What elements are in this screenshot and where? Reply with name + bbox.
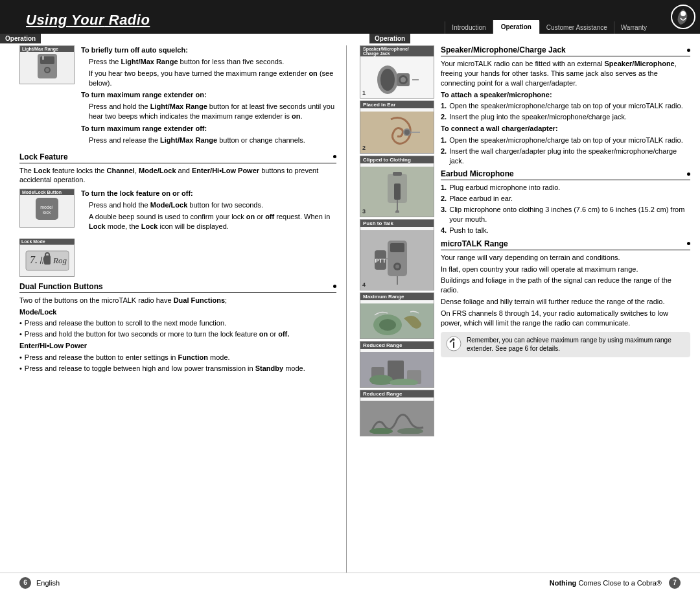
- reduced-range-1-svg: [368, 354, 426, 385]
- microtalk-range-section: microTALK Range Your range will vary dep…: [441, 239, 690, 357]
- tagline-rest: Comes Close to a Cobra®: [576, 578, 662, 586]
- attach-step-1: 1. Open the speaker/microphone/charge ta…: [441, 101, 690, 111]
- dual-bullet-4: • Press and release to toggle between hi…: [19, 364, 336, 373]
- speaker-section: Speaker/Microphone/Charge Jack Your micr…: [441, 45, 690, 165]
- cobra-logo: [666, 0, 700, 34]
- ptt-label: Push to Talk: [360, 220, 434, 227]
- dual-function-heading: Dual Function Buttons: [19, 282, 336, 293]
- earbud-dot: [687, 172, 690, 176]
- clip-svg: [375, 171, 420, 213]
- image-num-3: 3: [362, 208, 366, 215]
- lock-feature-instructions: To turn the lock feature on or off: Pres…: [81, 189, 336, 233]
- svg-point-38: [379, 319, 396, 331]
- right-text-column: Speaker/Microphone/Charge Jack Your micr…: [434, 45, 690, 573]
- lock-mode-label: Lock Mode: [19, 239, 75, 244]
- svg-text:PTT: PTT: [375, 257, 386, 264]
- max-range-svg: [368, 305, 426, 337]
- earbud-section: Earbud Microphone 1. Plug earbud microph…: [441, 169, 690, 235]
- image-label-light-max: Light/Max Range: [20, 46, 74, 52]
- clipped-to-clothing-box: Clipped to Clothing 3: [360, 156, 434, 217]
- image-num-4: 4: [362, 281, 366, 288]
- clip-img-content: [360, 167, 434, 217]
- reduced-range-2-box: Reduced Range: [360, 390, 434, 436]
- image-label-mode-lock: Mode/Lock Button: [20, 189, 74, 195]
- wall-step-1: 1. Open the speaker/microphone/charge ta…: [441, 136, 690, 145]
- dual-bullet-3: • Press and release the button to enter …: [19, 353, 336, 362]
- light-max-range-image: Light/Max Range: [19, 45, 75, 84]
- right-images-column: Speaker/Microphone/Charge Jack 1 Placed …: [360, 45, 434, 573]
- svg-point-1: [681, 11, 686, 16]
- note-text: Remember, you can achieve maximum range …: [467, 336, 685, 353]
- svg-text:lock: lock: [43, 210, 51, 215]
- right-column: Speaker/Microphone/Charge Jack 1 Placed …: [347, 45, 700, 573]
- lock-feature-desc: The Lock feature locks the Channel, Mode…: [19, 166, 336, 185]
- mode-lock-icon: mode/ lock: [29, 195, 65, 222]
- svg-point-35: [395, 265, 399, 268]
- speaker-heading: Speaker/Microphone/Charge Jack: [441, 45, 690, 56]
- mode-lock-subheading: Mode/Lock: [19, 308, 56, 316]
- attach-step-2: 2. Insert the plug into the speaker/micr…: [441, 112, 690, 122]
- speaker-dot: [687, 49, 690, 52]
- microtalk-p1: Your range will vary depending on terrai…: [441, 253, 690, 263]
- microtalk-p4: Dense foliage and hilly terrain will fur…: [441, 297, 690, 307]
- max-range-img-content: [360, 303, 434, 338]
- bottom-bar: 6 English Nothing Comes Close to a Cobra…: [0, 573, 700, 592]
- speaker-image-box: Speaker/Microphone/Charge Jack 1: [360, 45, 434, 99]
- mode-lock-button-image: Mode/Lock Button mode/ lock: [19, 189, 75, 228]
- placed-in-ear-box: Placed in Ear 2: [360, 101, 434, 154]
- reduced-range-2-svg: [368, 403, 426, 434]
- wall-heading: To connect a wall charger/adapter:: [441, 124, 558, 132]
- earbud-step-4: 4. Push to talk.: [441, 226, 690, 235]
- mode-lock-p1: Press and hold the Mode/Lock button for …: [81, 200, 336, 210]
- heading-extender-off: To turn maximum range extender off:: [81, 124, 207, 132]
- svg-text:7.॥: 7.॥: [30, 254, 45, 265]
- ear-svg: [371, 113, 423, 152]
- tab-customer-assistance[interactable]: Customer Assistance: [539, 21, 614, 34]
- wall-step-2: 2. Insert the wall charger/adapter plug …: [441, 147, 690, 166]
- earbud-step-1: 1. Plug earbud microphone into radio.: [441, 183, 690, 193]
- language-label: English: [36, 579, 60, 587]
- section-dot-2: [333, 285, 336, 288]
- squelch-p1: Press the Light/Max Range button for les…: [81, 57, 336, 67]
- reduced-range-1-label: Reduced Range: [360, 342, 434, 349]
- microtalk-p2: In flat, open country your radio will op…: [441, 265, 690, 274]
- main-content: Light/Max Range To briefly turn off auto…: [0, 34, 700, 573]
- left-column: Light/Max Range To briefly turn off auto…: [0, 45, 347, 573]
- note-box: Remember, you can achieve maximum range …: [441, 332, 690, 357]
- lock-mode-display-row: Lock Mode 7.॥ Rog: [19, 239, 336, 277]
- svg-text:Rog: Rog: [52, 255, 67, 265]
- dual-bullet-2: • Press and hold the button for two seco…: [19, 329, 336, 339]
- maximum-range-box: Maximum Range: [360, 292, 434, 339]
- lock-mode-display-box: 7.॥ Rog: [19, 244, 75, 277]
- speaker-svg: [375, 62, 420, 97]
- tab-introduction[interactable]: Introduction: [445, 21, 492, 34]
- speaker-desc: Your microTALK radio can be fitted with …: [441, 59, 690, 88]
- reduced-range-1-img-content: [360, 352, 434, 387]
- svg-point-5: [45, 68, 49, 72]
- dual-function-section: Dual Function Buttons Two of the buttons…: [19, 282, 336, 373]
- svg-rect-30: [390, 243, 404, 252]
- svg-rect-25: [393, 172, 402, 176]
- cobra-icon: [670, 4, 696, 30]
- tab-operation[interactable]: Operation: [493, 20, 539, 34]
- tab-warranty[interactable]: Warranty: [614, 21, 653, 34]
- lock-display-icon: 7.॥ Rog: [25, 248, 70, 274]
- radio-icon: [28, 51, 67, 80]
- ptt-img-content: PTT: [360, 230, 434, 290]
- info-icon: [446, 336, 461, 351]
- svg-point-19: [401, 77, 406, 82]
- auto-squelch-section: Light/Max Range To briefly turn off auto…: [19, 45, 336, 147]
- speaker-img-content: [360, 60, 434, 98]
- top-bar: Using Your Radio Introduction Operation …: [0, 0, 700, 34]
- reduced-range-1-box: Reduced Range: [360, 341, 434, 388]
- page-num-left: 6 English: [19, 577, 60, 589]
- earbud-step-2: 2. Place earbud in ear.: [441, 194, 690, 204]
- earbud-step-3: 3. Clip microphone onto clothing 3 inche…: [441, 205, 690, 224]
- dual-function-desc: Two of the buttons on the microTALK radi…: [19, 296, 336, 305]
- speaker-label: Speaker/Microphone/Charge Jack: [360, 46, 434, 56]
- section-dot: [333, 155, 336, 158]
- microtalk-p5: On FRS channels 8 through 14, your radio…: [441, 309, 690, 328]
- page-number-circle-left: 6: [19, 577, 31, 589]
- max-range-label: Maximum Range: [360, 293, 434, 300]
- page-number-circle-right: 7: [669, 577, 681, 589]
